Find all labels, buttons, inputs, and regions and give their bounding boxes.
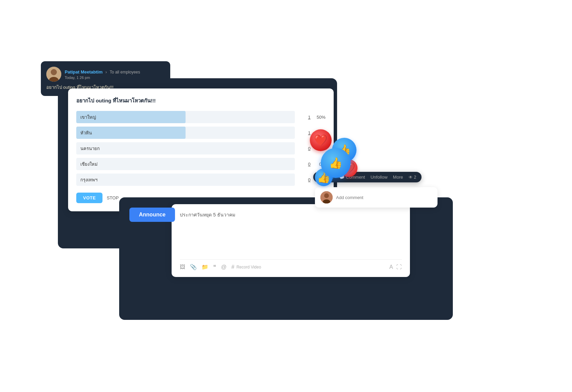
folder-icon[interactable]: 📁 bbox=[202, 264, 208, 270]
poll-option-row: เขาใหญ่150% bbox=[76, 111, 325, 123]
post-meta: Patipat Meetabtim › To all employees Tod… bbox=[65, 69, 165, 80]
poll-option-label: เชียงใหม่ bbox=[80, 161, 98, 168]
poll-option-row: กรุงเทพฯ00% bbox=[76, 174, 325, 186]
stop-button[interactable]: STOP bbox=[107, 195, 118, 200]
poll-option-pct: 50% bbox=[313, 115, 325, 120]
poll-option-label: กรุงเทพฯ bbox=[80, 176, 97, 183]
poll-option-label: หัวหิน bbox=[80, 129, 92, 136]
font-size-icon[interactable]: A bbox=[390, 264, 393, 270]
post-time: Today, 1 26 pm bbox=[65, 76, 165, 80]
post-author: Patipat Meetabtim bbox=[65, 69, 102, 75]
announce-text: ประกาศวันหยุด 5 ธันวาคม bbox=[180, 211, 402, 218]
poll-option-bar[interactable]: เขาใหญ่ bbox=[76, 111, 295, 123]
poll-option-bar[interactable]: กรุงเทพฯ bbox=[76, 174, 295, 186]
record-video-label[interactable]: Record Video bbox=[236, 265, 261, 270]
link-icon[interactable]: 📎 bbox=[190, 264, 197, 270]
poll-option-count[interactable]: 0 bbox=[308, 162, 311, 167]
comment-input[interactable] bbox=[336, 195, 432, 200]
poll-option-row: เชียงใหม่00% bbox=[76, 158, 325, 170]
svg-point-1 bbox=[51, 69, 57, 75]
thumb-circle-big: 👍 bbox=[321, 148, 351, 178]
poll-option-label: นครนายก bbox=[80, 145, 100, 152]
view-count: 2 bbox=[414, 175, 416, 180]
eye-icon: 👁 bbox=[409, 175, 413, 180]
post-arrow: › bbox=[106, 70, 107, 75]
more-button[interactable]: More bbox=[393, 175, 403, 180]
announce-wrapper: Announce ประกาศวันหยุด 5 ธันวาคม 🖼 📎 📁 ❝… bbox=[129, 204, 410, 277]
svg-point-4 bbox=[324, 193, 329, 198]
comment-avatar bbox=[320, 191, 333, 203]
reaction-count: 👁 2 bbox=[409, 175, 416, 180]
poll-option-count[interactable]: 0 bbox=[308, 177, 311, 182]
poll-option-label: เขาใหญ่ bbox=[80, 114, 96, 121]
unfollow-label: Unfollow bbox=[370, 175, 387, 180]
poll-option-bar[interactable]: นครนายก bbox=[76, 142, 295, 154]
announce-toolbar: 🖼 📎 📁 ❝ @ # Record Video A ⛶ bbox=[180, 259, 402, 270]
announce-button[interactable]: Announce bbox=[129, 208, 175, 222]
poll-card: อยากไป outing ที่ไหนมาโหวตกัน!!! เขาใหญ่… bbox=[68, 88, 334, 211]
poll-option-row: หัวหิน150% bbox=[76, 127, 325, 139]
post-audience: To all employees bbox=[110, 70, 140, 75]
grid-icon[interactable]: # bbox=[231, 264, 234, 270]
more-label: More bbox=[393, 175, 403, 180]
poll-options: เขาใหญ่150%หัวหิน150%นครนายก00%เชียงใหม่… bbox=[76, 111, 325, 186]
vote-button[interactable]: VOTE bbox=[76, 193, 102, 203]
comment-box bbox=[315, 187, 438, 208]
unfollow-button[interactable]: Unfollow bbox=[370, 175, 387, 180]
announce-content-card: ประกาศวันหยุด 5 ธันวาคม 🖼 📎 📁 ❝ @ # Reco… bbox=[172, 204, 410, 277]
mention-icon[interactable]: @ bbox=[221, 264, 226, 270]
thumb-reaction-big: 👍 bbox=[321, 148, 351, 178]
poll-option-bar[interactable]: เชียงใหม่ bbox=[76, 158, 295, 170]
poll-option-row: นครนายก00% bbox=[76, 142, 325, 154]
announce-body bbox=[180, 221, 402, 255]
poll-option-bar[interactable]: หัวหิน bbox=[76, 127, 295, 139]
expand-icon[interactable]: ⛶ bbox=[396, 264, 402, 270]
quote-icon[interactable]: ❝ bbox=[213, 264, 216, 270]
image-icon[interactable]: 🖼 bbox=[180, 264, 185, 270]
poll-option-count[interactable]: 1 bbox=[308, 115, 311, 120]
post-avatar bbox=[46, 67, 61, 82]
poll-title: อยากไป outing ที่ไหนมาโหวตกัน!!! bbox=[76, 97, 325, 105]
